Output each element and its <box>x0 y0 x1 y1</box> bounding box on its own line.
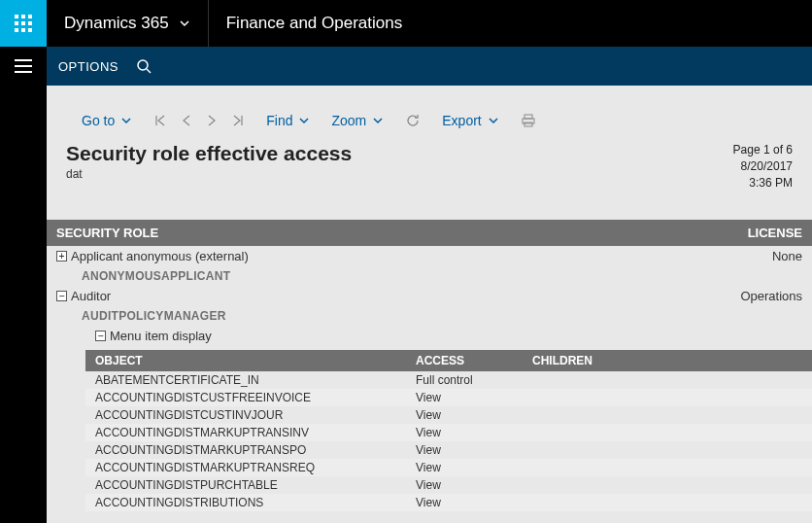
svg-rect-8 <box>28 28 32 32</box>
expand-toggle[interactable]: − <box>56 291 67 301</box>
svg-rect-3 <box>15 21 18 25</box>
zoom-label: Zoom <box>331 113 366 128</box>
refresh-icon[interactable] <box>405 113 421 128</box>
role-license: None <box>725 249 802 263</box>
table-row: ACCOUNTINGDISTCUSTINVJOURView <box>85 406 812 424</box>
report-viewer: Go to Find Zoom <box>47 86 812 523</box>
waffle-icon <box>15 15 32 32</box>
chevron-down-icon <box>179 17 190 29</box>
goto-menu[interactable]: Go to <box>82 113 132 128</box>
column-band: SECURITY ROLE LICENSE <box>47 220 812 246</box>
svg-rect-7 <box>21 28 25 32</box>
col-access: ACCESS <box>416 354 532 367</box>
report-title: Security role effective access <box>66 142 352 165</box>
svg-rect-5 <box>28 21 32 25</box>
find-label: Find <box>266 113 292 128</box>
cell-object: ACCOUNTINGDISTCUSTFREEINVOICE <box>95 391 416 404</box>
app-root: Dynamics 365 Finance and Operations OPTI… <box>0 0 812 523</box>
left-rail <box>0 86 47 523</box>
page-nav <box>153 114 245 127</box>
role-sys-row: AUDITPOLICYMANAGER <box>47 306 812 326</box>
main: Go to Find Zoom <box>0 86 812 523</box>
table-row: ACCOUNTINGDISTMARKUPTRANSREQView <box>85 459 812 476</box>
command-bar: OPTIONS <box>47 47 812 86</box>
cell-access: View <box>416 478 532 492</box>
search-icon <box>136 58 152 74</box>
find-menu[interactable]: Find <box>266 113 310 128</box>
role-name: Applicant anonymous (external) <box>71 249 249 263</box>
col-object: OBJECT <box>95 354 416 367</box>
print-icon[interactable] <box>521 113 536 128</box>
col-license: LICENSE <box>725 226 802 240</box>
table-row: ABATEMENTCERTIFICATE_INFull control <box>85 371 812 389</box>
svg-rect-0 <box>15 15 18 18</box>
cell-object: ACCOUNTINGDISTMARKUPTRANSPO <box>95 443 416 457</box>
col-security-role: SECURITY ROLE <box>56 226 725 240</box>
cell-object: ABATEMENTCERTIFICATE_IN <box>95 373 416 387</box>
nav-toggle[interactable] <box>0 47 47 86</box>
chevron-down-icon <box>488 115 499 126</box>
col-children: CHILDREN <box>532 354 802 367</box>
cell-object: ACCOUNTINGDISTMARKUPTRANSINV <box>95 426 416 439</box>
brand-dropdown[interactable]: Dynamics 365 <box>47 0 208 47</box>
cell-access: View <box>416 391 532 404</box>
report-time: 3:36 PM <box>733 175 793 192</box>
role-name: Auditor <box>71 289 111 303</box>
menu-group-row: − Menu item display <box>47 326 812 346</box>
cell-object: ACCOUNTINGDISTRIBUTIONS <box>95 496 416 509</box>
module-name: Finance and Operations <box>209 0 420 47</box>
role-sysname: ANONYMOUSAPPLICANT <box>56 269 230 283</box>
svg-rect-6 <box>15 28 18 32</box>
cell-access: View <box>416 461 532 474</box>
expand-toggle[interactable]: − <box>95 331 106 341</box>
report-date: 8/20/2017 <box>733 158 793 175</box>
prev-page-icon[interactable] <box>181 114 192 127</box>
global-header: Dynamics 365 Finance and Operations <box>0 0 812 47</box>
table-row: ACCOUNTINGDISTMARKUPTRANSINVView <box>85 424 812 441</box>
report-toolbar: Go to Find Zoom <box>47 113 812 142</box>
hamburger-icon <box>15 59 32 73</box>
app-launcher[interactable] <box>0 0 47 47</box>
cell-object: ACCOUNTINGDISTPURCHTABLE <box>95 478 416 492</box>
role-row: − Auditor Operations <box>47 286 812 306</box>
page-search[interactable] <box>136 58 152 74</box>
export-label: Export <box>442 113 481 128</box>
next-page-icon[interactable] <box>206 114 218 127</box>
chevron-down-icon <box>120 115 132 126</box>
role-sys-row: ANONYMOUSAPPLICANT <box>47 266 812 286</box>
table-row: ACCOUNTINGDISTRIBUTIONSView <box>85 494 812 511</box>
cell-access: View <box>416 443 532 457</box>
menu-group-label: Menu item display <box>110 329 212 343</box>
export-menu[interactable]: Export <box>442 113 498 128</box>
svg-point-9 <box>138 60 148 70</box>
table-row: ACCOUNTINGDISTCUSTFREEINVOICEView <box>85 389 812 406</box>
cell-access: View <box>416 408 532 422</box>
sub-column-band: OBJECT ACCESS CHILDREN <box>85 350 812 371</box>
first-page-icon[interactable] <box>153 114 167 127</box>
last-page-icon[interactable] <box>231 114 245 127</box>
expand-toggle[interactable]: + <box>56 251 67 262</box>
role-row: + Applicant anonymous (external) None <box>47 246 812 266</box>
role-sysname: AUDITPOLICYMANAGER <box>56 309 226 323</box>
svg-rect-10 <box>524 115 532 119</box>
zoom-menu[interactable]: Zoom <box>331 113 384 128</box>
report-title-block: Security role effective access dat <box>66 142 352 181</box>
svg-rect-1 <box>21 15 25 18</box>
page-indicator: Page 1 of 6 <box>733 142 793 158</box>
module-label: Finance and Operations <box>226 14 402 33</box>
report-meta: Page 1 of 6 8/20/2017 3:36 PM <box>733 142 793 191</box>
report-header: Security role effective access dat Page … <box>47 142 812 191</box>
brand-label: Dynamics 365 <box>64 14 169 33</box>
svg-rect-4 <box>21 21 25 25</box>
options-menu[interactable]: OPTIONS <box>58 59 118 74</box>
cell-access: View <box>416 496 532 509</box>
cell-access: View <box>416 426 532 439</box>
role-license: Operations <box>725 289 802 303</box>
chevron-down-icon <box>372 115 384 126</box>
chevron-down-icon <box>298 115 310 126</box>
cell-object: ACCOUNTINGDISTMARKUPTRANSREQ <box>95 461 416 474</box>
goto-label: Go to <box>82 113 115 128</box>
table-row: ACCOUNTINGDISTPURCHTABLEView <box>85 476 812 494</box>
cell-access: Full control <box>416 373 532 387</box>
table-row: ACCOUNTINGDISTMARKUPTRANSPOView <box>85 441 812 459</box>
